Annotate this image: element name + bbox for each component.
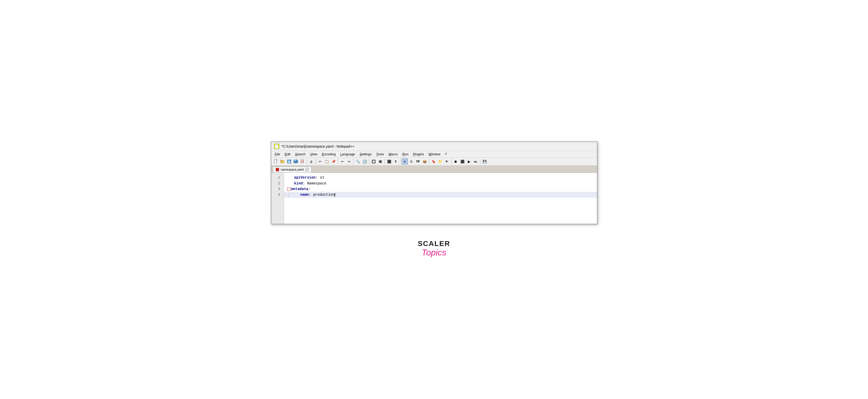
menu-window[interactable]: Window xyxy=(427,151,442,157)
code-area: 1 2 3 4 apiVersion: v1 kind: Namespace −… xyxy=(271,173,597,224)
open-button[interactable] xyxy=(279,159,286,165)
line-number-1: 1 xyxy=(273,175,282,180)
focus-mode-button[interactable]: ① xyxy=(408,159,414,165)
file-tab[interactable]: namespace.yaml × xyxy=(273,167,312,172)
svg-rect-4 xyxy=(288,160,290,161)
folder-button[interactable]: 📁 xyxy=(437,159,443,165)
menu-run[interactable]: Run xyxy=(400,151,411,157)
code-line-4: name: production xyxy=(284,192,597,197)
line2-value: Namespace xyxy=(307,180,327,186)
tab-bar: namespace.yaml × xyxy=(271,166,597,173)
window-title: *C:\Users\marij\namespace.yaml - Notepad… xyxy=(281,144,354,148)
svg-rect-2 xyxy=(280,160,282,161)
play-macro-button[interactable]: ▶ xyxy=(466,159,472,165)
word-wrap-button[interactable]: ≡ xyxy=(402,159,408,165)
redo-button[interactable]: ↪ xyxy=(346,159,352,165)
line1-sep: : xyxy=(316,175,320,180)
sync-scroll-h-button[interactable]: ¶ xyxy=(393,159,399,165)
branding-scaler-text: SCALER xyxy=(418,239,450,248)
text-cursor xyxy=(335,193,335,197)
toolbar-sep-2 xyxy=(316,159,316,164)
document-map-button[interactable]: 🗺 xyxy=(415,159,421,165)
menu-encoding[interactable]: Encoding xyxy=(320,151,338,157)
line4-value: production xyxy=(313,192,335,197)
close-button[interactable] xyxy=(299,159,306,165)
menu-plugins[interactable]: Plugins xyxy=(411,151,426,157)
menu-search[interactable]: Search xyxy=(293,151,308,157)
record-macro-button[interactable]: ⏺ xyxy=(453,159,459,165)
notepad-window: *C:\Users\marij\namespace.yaml - Notepad… xyxy=(271,142,597,224)
tab-icon xyxy=(276,168,279,171)
code-line-1: apiVersion: v1 xyxy=(284,175,597,180)
line4-key: name xyxy=(300,192,309,197)
code-empty-5[interactable] xyxy=(284,198,597,204)
run-macro-multiple-button[interactable]: ⏭ xyxy=(473,159,479,165)
app-icon xyxy=(274,144,279,149)
code-editor[interactable]: apiVersion: v1 kind: Namespace − metadat… xyxy=(284,173,597,224)
toolbar: 🖨 ✂ 📋 📌 ↩ ↪ 🔍 🔄 🔲 🔳 ⬛ ¶ ≡ ① 🗺 xyxy=(271,158,597,166)
toolbar-sep-6 xyxy=(384,159,385,164)
toolbar-sep-5 xyxy=(369,159,369,164)
code-empty-7[interactable] xyxy=(284,211,597,218)
save-button[interactable] xyxy=(286,159,292,165)
line-number-2: 2 xyxy=(273,180,282,186)
toolbar-sep-1 xyxy=(307,159,307,164)
title-bar: *C:\Users\marij\namespace.yaml - Notepad… xyxy=(271,142,597,151)
menu-help[interactable]: ? xyxy=(443,151,449,157)
line4-sep: : xyxy=(309,192,313,197)
preview-button[interactable]: 👁 xyxy=(444,159,450,165)
line-number-4: 4 xyxy=(273,192,282,197)
menu-edit[interactable]: Edit xyxy=(282,151,292,157)
find-button[interactable]: 🔍 xyxy=(355,159,361,165)
tab-filename: namespace.yaml xyxy=(281,168,304,171)
svg-rect-5 xyxy=(288,162,290,163)
svg-rect-8 xyxy=(297,161,298,163)
print-button[interactable]: 🖨 xyxy=(308,159,314,165)
menu-settings[interactable]: Settings xyxy=(358,151,374,157)
menu-language[interactable]: Language xyxy=(338,151,357,157)
save-all-button[interactable] xyxy=(293,159,299,165)
line3-sep: : xyxy=(308,186,310,192)
menu-view[interactable]: View xyxy=(308,151,319,157)
menu-file[interactable]: File xyxy=(273,151,282,157)
line2-sep: : xyxy=(303,180,307,186)
copy-button[interactable]: 📋 xyxy=(324,159,330,165)
stop-recording-button[interactable]: ⬛ xyxy=(459,159,466,165)
toolbar-sep-3 xyxy=(338,159,338,164)
bookmark-button[interactable]: 🔖 xyxy=(431,159,437,165)
zoom-out-button[interactable]: 🔳 xyxy=(377,159,383,165)
branding: SCALER Topics xyxy=(418,239,450,257)
toolbar-sep-8 xyxy=(429,159,429,164)
new-button[interactable] xyxy=(273,159,279,165)
cut-button[interactable]: ✂ xyxy=(317,159,323,165)
menu-macro[interactable]: Macro xyxy=(386,151,400,157)
line1-key: apiVersion xyxy=(294,175,316,180)
line2-key: kind xyxy=(294,180,303,186)
line1-value: v1 xyxy=(320,175,324,180)
code-line-2: kind: Namespace xyxy=(284,180,597,186)
replace-button[interactable]: 🔄 xyxy=(362,159,368,165)
toolbar-sep-9 xyxy=(451,159,452,164)
menu-bar: File Edit Search View Encoding Language … xyxy=(271,151,597,158)
zoom-in-button[interactable]: 🔲 xyxy=(371,159,377,165)
line-numbers: 1 2 3 4 xyxy=(271,173,284,224)
line-number-3: 3 xyxy=(273,186,282,192)
tab-close-button[interactable]: × xyxy=(305,168,309,171)
paste-button[interactable]: 📌 xyxy=(331,159,337,165)
toolbar-sep-4 xyxy=(353,159,354,164)
code-line-3: − metadata: xyxy=(284,186,597,192)
sync-scroll-v-button[interactable]: ⬛ xyxy=(386,159,392,165)
code-empty-6[interactable] xyxy=(284,204,597,211)
function-list-button[interactable]: 📦 xyxy=(422,159,428,165)
menu-tools[interactable]: Tools xyxy=(374,151,386,157)
undo-button[interactable]: ↩ xyxy=(339,159,346,165)
line4-fold-indent xyxy=(287,193,294,197)
fold-marker[interactable]: − xyxy=(287,187,291,191)
branding-topics-text: Topics xyxy=(418,248,450,257)
save-macro-button[interactable]: 💾 xyxy=(482,159,488,165)
svg-rect-7 xyxy=(294,160,296,161)
line3-key: metadata xyxy=(291,186,308,192)
